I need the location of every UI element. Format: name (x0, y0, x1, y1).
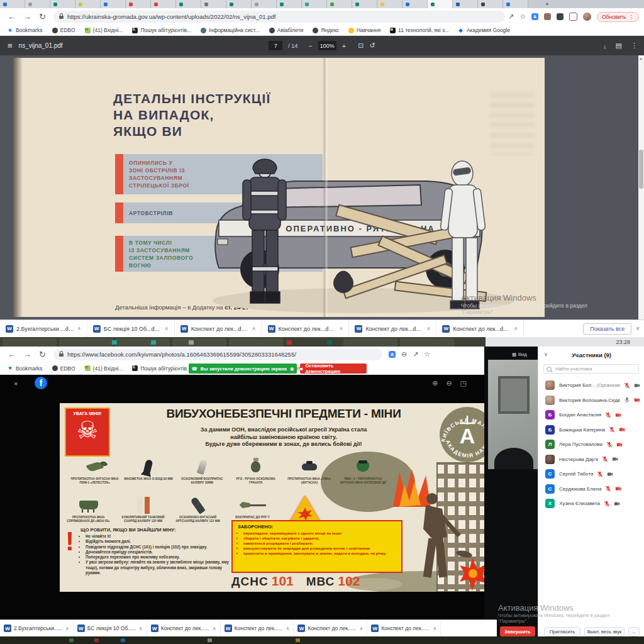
pdf-zoom-level[interactable]: 100% (318, 41, 336, 50)
rotate-icon[interactable]: ↺ (369, 42, 375, 50)
more-icon[interactable]: ⋮ (629, 14, 635, 20)
browser-tab[interactable] (478, 0, 503, 8)
download-icon[interactable]: ↓ (603, 42, 607, 50)
chevron-up-icon[interactable]: ∧ (359, 626, 363, 631)
bookmark-item[interactable]: A Пошук абітурієнтів... (132, 365, 191, 372)
participant-row[interactable]: Виктория Бол... (Организатор, я) (538, 378, 644, 393)
chevron-up-icon[interactable]: ∧ (252, 326, 256, 331)
zoom-out-icon[interactable]: ⊖ (446, 379, 452, 387)
scrollbar-thumb[interactable] (639, 150, 643, 189)
bookmark-item[interactable]: EDBO (52, 27, 75, 33)
new-tab-button[interactable]: + (542, 0, 552, 8)
bookmark-item[interactable]: ◆ Академия Google (458, 27, 510, 33)
camera-icon[interactable] (612, 456, 618, 462)
download-item[interactable]: W БС лекція 10 Об...docx ∧ (74, 620, 147, 636)
browser-tab[interactable] (176, 0, 201, 8)
browser-tab[interactable] (428, 0, 453, 8)
browser-tab[interactable] (352, 0, 377, 8)
bookmark-item[interactable]: ✉ (41) Вхідні... (85, 365, 123, 372)
chevron-up-icon[interactable]: ∧ (286, 626, 290, 631)
taskbar-app-icon[interactable] (208, 638, 212, 642)
browser-tab[interactable] (75, 0, 101, 8)
browser-tab[interactable] (50, 0, 75, 8)
bookmark-item[interactable]: ★ Bookmarks (8, 27, 43, 33)
stop-sharing-button[interactable]: ■ Остановить демонстрацию (300, 364, 367, 374)
chevron-up-icon[interactable]: ∧ (213, 626, 216, 631)
end-meeting-button[interactable]: Завершить (500, 626, 535, 636)
camera-icon[interactable] (615, 486, 621, 492)
download-item[interactable]: W 2.Бухгалтерськи....docx ∧ (0, 620, 74, 636)
taskbar-app-icon[interactable] (296, 638, 300, 642)
chevron-up-icon[interactable]: ∧ (433, 626, 436, 631)
bookmark-item[interactable]: Інформаційна сист... (201, 27, 260, 33)
sidebar-icon[interactable] (569, 13, 577, 21)
chevron-up-icon[interactable]: ∧ (77, 326, 81, 331)
fit-page-icon[interactable]: ⊡ (358, 42, 364, 50)
taskbar-app-icon[interactable] (69, 638, 74, 642)
camera-icon[interactable] (634, 397, 640, 403)
participant-row[interactable]: Нестерова Дар'я (538, 452, 644, 467)
pdf-page-input[interactable]: 7 (269, 41, 282, 50)
chevron-up-icon[interactable]: ∧ (514, 326, 518, 331)
chevron-up-icon[interactable]: ∧ (139, 626, 143, 631)
download-item[interactable]: W 2.Бухгалтерськи....docx ∧ (0, 320, 87, 337)
download-item[interactable]: W Конспект до лек...docx ∧ (436, 320, 524, 337)
camera-icon[interactable] (616, 441, 623, 448)
browser-tab[interactable] (327, 0, 352, 8)
camera-icon[interactable] (607, 471, 613, 477)
browser-tab[interactable] (252, 0, 277, 8)
browser-tab[interactable] (302, 0, 327, 8)
participant-row[interactable]: Б Божицька Катерина (538, 423, 644, 438)
browser-tab[interactable] (453, 0, 478, 8)
forward-icon[interactable]: → (23, 350, 31, 358)
mic-icon[interactable] (624, 397, 630, 403)
camera-icon[interactable] (614, 501, 620, 507)
download-item[interactable]: W Конспект до лек...docx ∧ (175, 320, 262, 337)
browser-tab[interactable] (277, 0, 302, 8)
address-bar[interactable]: https://ukrainska-gromada.gov.ua/wp-cont… (53, 11, 505, 23)
bookmark-item[interactable]: A Пошук абітурієнтів... (132, 27, 191, 33)
bookmark-item[interactable]: Авіабілети (269, 27, 304, 33)
scroll-up-icon[interactable]: ▲ (639, 57, 643, 60)
chevron-up-icon[interactable]: ∧ (340, 326, 343, 331)
browser-tab[interactable] (226, 0, 252, 8)
windows-taskbar[interactable] (0, 636, 644, 644)
print-icon[interactable]: ▤ (616, 42, 622, 50)
zoom-in-icon[interactable]: + (342, 42, 346, 50)
mute-all-button[interactable]: Выкл. весь звук (584, 627, 625, 636)
scrollbar[interactable]: ▲ (638, 55, 644, 319)
participant-row[interactable]: С Сергей Табота (538, 467, 644, 482)
download-item[interactable]: W Конспект до лек...docx ∧ (367, 620, 441, 636)
more-options-button[interactable]: ... (628, 627, 640, 636)
download-item[interactable]: W Конспект до лек...docx ∧ (349, 320, 436, 337)
webcam-video[interactable] (488, 360, 538, 469)
bookmark-star-icon[interactable]: ☆ (519, 13, 526, 20)
reload-icon[interactable]: ↻ (39, 350, 46, 358)
profile-avatar[interactable] (583, 13, 591, 21)
update-chrome-button[interactable]: Обновить ⋮ (597, 12, 639, 22)
mic-icon[interactable] (606, 441, 613, 448)
back-icon[interactable]: ← (8, 13, 16, 21)
participant-row[interactable]: Б Богдан Анастасия (538, 408, 644, 423)
download-item[interactable]: W БС лекція 10 Об...docx ∧ (87, 320, 175, 337)
camera-icon[interactable] (619, 426, 625, 433)
browser-tab[interactable] (402, 0, 428, 8)
participant-row[interactable]: Виктория Волошина-Седей (538, 393, 644, 408)
show-all-downloads-button[interactable]: Показать все (583, 323, 631, 335)
browser-tab[interactable] (151, 0, 176, 8)
bookmark-item[interactable]: ★ Bookmarks (8, 365, 43, 372)
close-icon[interactable]: × (14, 380, 18, 387)
translate-extension-icon[interactable]: A (389, 351, 396, 358)
mic-icon[interactable] (624, 382, 630, 389)
mic-icon[interactable] (609, 426, 615, 433)
more-icon[interactable]: ⋮ (631, 42, 638, 50)
participant-row[interactable]: Х Хузіна Єлизавета (538, 496, 644, 511)
fullscreen-icon[interactable]: ◳ (460, 379, 467, 387)
pdf-menu-icon[interactable]: ≡ (8, 42, 13, 50)
download-item[interactable]: W Конспект до лек...docx ∧ (221, 620, 294, 636)
share-icon[interactable]: ↗ (413, 351, 418, 358)
bookmark-item[interactable]: EDBO (52, 365, 75, 372)
browser-tab[interactable] (25, 0, 50, 8)
bookmark-item[interactable]: Яндекс (313, 27, 339, 33)
participant-search[interactable] (543, 364, 639, 374)
